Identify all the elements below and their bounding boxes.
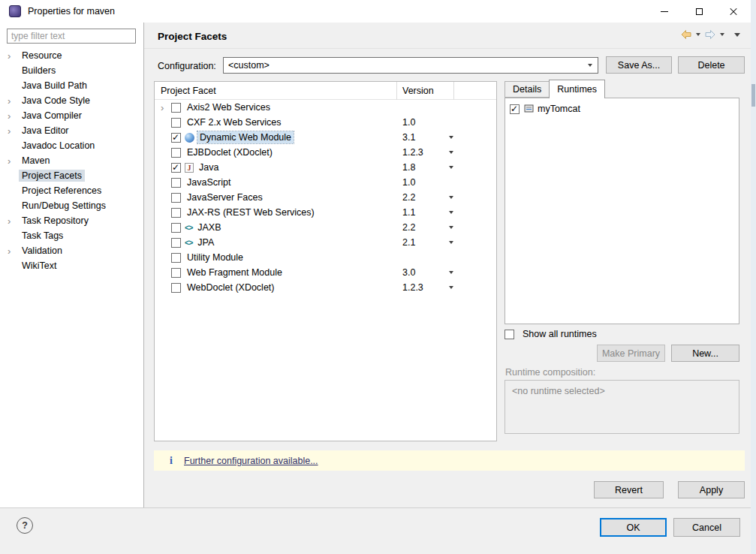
facet-checkbox[interactable] [171,268,181,278]
facet-checkbox[interactable] [171,118,181,128]
revert-button[interactable]: Revert [594,481,664,498]
facet-checkbox[interactable] [171,223,181,233]
show-all-runtimes[interactable]: Show all runtimes [505,329,597,339]
facet-row-utility-module[interactable]: Utility Module [155,250,496,265]
delete-button[interactable]: Delete [678,56,745,74]
facet-name: JPA [195,236,216,248]
runtime-composition-label: Runtime composition: [505,367,595,378]
version-dropdown-icon[interactable] [449,196,453,199]
facet-checkbox[interactable] [171,148,181,158]
further-configuration-link[interactable]: Further configuration available... [184,456,318,466]
sidebar-item-javadoc-location[interactable]: Javadoc Location [0,138,143,153]
save-as-button[interactable]: Save As... [606,56,672,74]
sidebar-item-project-references[interactable]: Project References [0,183,143,198]
column-header-project-facet[interactable]: Project Facet [161,86,216,96]
facet-checkbox[interactable] [171,163,181,173]
help-icon[interactable] [17,517,33,534]
version-dropdown-icon[interactable] [449,241,453,244]
facet-name: Java [197,161,221,173]
chevron-right-icon[interactable]: › [8,156,19,166]
sidebar-item-java-editor[interactable]: ›Java Editor [0,123,143,138]
new-runtime-button[interactable]: New... [671,345,739,362]
maximize-button[interactable] [682,0,716,23]
project-facet-table: Project Facet Version › Axis2 Web Servic… [154,81,497,441]
facet-checkbox[interactable] [171,133,181,143]
facet-checkbox[interactable] [171,208,181,218]
minimize-button[interactable] [647,0,682,23]
facet-checkbox[interactable] [171,178,181,188]
version-dropdown-icon[interactable] [449,166,453,169]
facet-checkbox[interactable] [171,283,181,293]
facet-row-java[interactable]: Java 1.8 [155,160,496,175]
facet-row-ejbdoclet[interactable]: EJBDoclet (XDoclet) 1.2.3 [155,145,496,160]
facet-row-dynamic-web-module[interactable]: Dynamic Web Module 3.1 [155,130,496,145]
sidebar-item-java-code-style[interactable]: ›Java Code Style [0,93,143,108]
chevron-right-icon[interactable]: › [8,126,19,136]
version-dropdown-icon[interactable] [449,286,453,289]
server-icon [524,104,535,113]
runtime-checkbox[interactable] [510,104,520,114]
show-all-runtimes-checkbox[interactable] [505,330,514,339]
version-dropdown-icon[interactable] [449,211,453,214]
chevron-right-icon[interactable]: › [8,51,19,61]
forward-arrow-icon[interactable] [704,29,716,40]
configuration-select[interactable]: <custom> [223,57,598,74]
facet-checkbox[interactable] [171,103,181,113]
facet-row-jax-rs[interactable]: JAX-RS (REST Web Services) 1.1 [155,205,496,220]
facet-checkbox[interactable] [171,253,181,263]
close-button[interactable] [716,0,751,23]
tab-details[interactable]: Details [505,81,550,98]
view-menu-icon[interactable] [734,33,740,37]
facet-version: 1.1 [402,207,415,218]
sidebar-item-task-repository[interactable]: ›Task Repository [0,213,143,228]
column-divider [453,82,454,100]
back-arrow-icon[interactable] [680,29,692,40]
chevron-right-icon[interactable]: › [8,216,19,226]
version-dropdown-icon[interactable] [449,226,453,229]
facet-name-selected: Dynamic Web Module [197,131,294,143]
back-history-dropdown-icon[interactable] [696,33,700,36]
sidebar-item-maven[interactable]: ›Maven [0,153,143,168]
version-dropdown-icon[interactable] [449,271,453,274]
facet-name: JAX-RS (REST Web Services) [185,206,317,218]
chevron-right-icon[interactable]: › [161,103,171,113]
forward-history-dropdown-icon[interactable] [720,33,724,36]
column-header-version[interactable]: Version [402,86,434,96]
sidebar-item-builders[interactable]: Builders [0,63,143,78]
sidebar-item-label: Resource [19,50,65,62]
sidebar-item-resource[interactable]: ›Resource [0,48,143,63]
facet-row-axis2-web-services[interactable]: › Axis2 Web Services [155,100,496,115]
sidebar-item-task-tags[interactable]: Task Tags [0,228,143,243]
sidebar-item-java-build-path[interactable]: Java Build Path [0,78,143,93]
facet-name: Web Fragment Module [185,266,285,279]
facet-row-cxf-web-services[interactable]: CXF 2.x Web Services 1.0 [155,115,496,130]
facet-row-jpa[interactable]: JPA 2.1 [155,235,496,250]
chevron-right-icon[interactable]: › [8,246,19,256]
sidebar-item-wikitext[interactable]: WikiText [0,258,143,273]
cancel-button[interactable]: Cancel [673,518,740,537]
version-dropdown-icon[interactable] [449,151,453,154]
facet-row-jaxb[interactable]: JAXB 2.2 [155,220,496,235]
sidebar-item-project-facets[interactable]: Project Facets [0,168,143,183]
runtime-item-mytomcat[interactable]: myTomcat [505,101,739,116]
facet-row-webdoclet[interactable]: WebDoclet (XDoclet) 1.2.3 [155,280,496,295]
filter-input[interactable] [7,29,136,44]
sidebar-item-validation[interactable]: ›Validation [0,243,143,258]
chevron-right-icon[interactable]: › [8,96,19,106]
sidebar-item-java-compiler[interactable]: ›Java Compiler [0,108,143,123]
chevron-right-icon[interactable]: › [8,111,19,121]
tab-runtimes[interactable]: Runtimes [549,80,605,98]
facet-row-javaserver-faces[interactable]: JavaServer Faces 2.2 [155,190,496,205]
minimize-icon [661,11,668,12]
sidebar-item-run-debug-settings[interactable]: Run/Debug Settings [0,198,143,213]
facet-checkbox[interactable] [171,193,181,203]
facet-row-web-fragment-module[interactable]: Web Fragment Module 3.0 [155,265,496,280]
ok-button[interactable]: OK [600,518,667,537]
apply-button[interactable]: Apply [678,481,745,498]
make-primary-button[interactable]: Make Primary [597,345,665,362]
version-dropdown-icon[interactable] [449,136,453,139]
facet-checkbox[interactable] [171,238,181,248]
close-icon [729,7,738,16]
facet-name: CXF 2.x Web Services [185,116,284,128]
facet-row-javascript[interactable]: JavaScript 1.0 [155,175,496,190]
